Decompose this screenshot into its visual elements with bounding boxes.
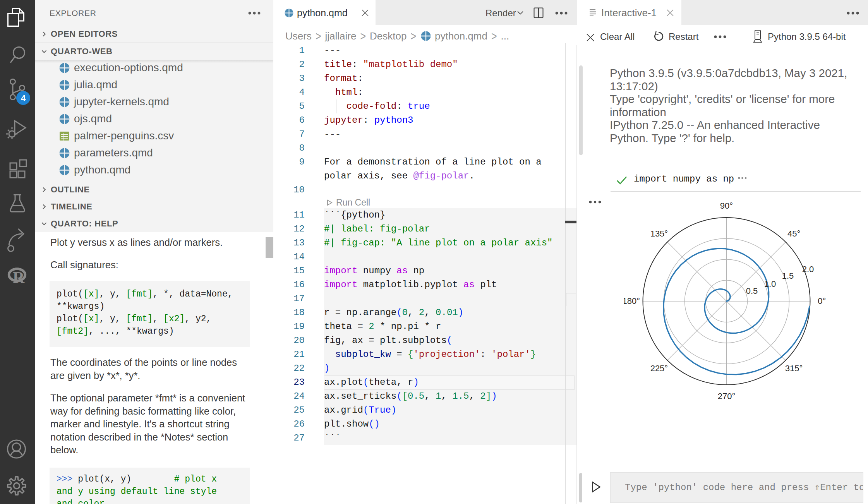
svg-text:135°: 135° xyxy=(650,229,668,238)
svg-text:45°: 45° xyxy=(787,229,800,238)
svg-text:0°: 0° xyxy=(818,296,826,306)
svg-text:270°: 270° xyxy=(718,391,736,401)
svg-text:315°: 315° xyxy=(785,363,803,373)
svg-text:R: R xyxy=(13,269,25,286)
svg-text:1.0: 1.0 xyxy=(764,279,776,289)
svg-text:0.5: 0.5 xyxy=(746,286,758,296)
svg-text:180°: 180° xyxy=(624,296,640,306)
svg-text:225°: 225° xyxy=(650,363,668,373)
svg-text:1.5: 1.5 xyxy=(782,271,794,281)
svg-text:2.0: 2.0 xyxy=(802,264,814,274)
svg-text:4: 4 xyxy=(21,93,26,103)
svg-text:90°: 90° xyxy=(720,201,733,211)
